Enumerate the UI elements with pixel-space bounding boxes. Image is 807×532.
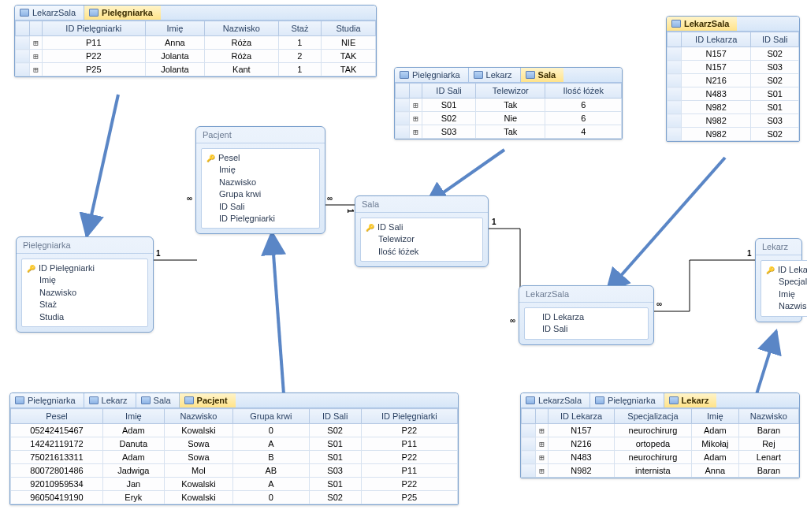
table-row[interactable]: ⊞N483neurochirurgAdamLenart	[522, 451, 799, 464]
tab-lekarz[interactable]: Lekarz	[84, 393, 136, 407]
field[interactable]: Studia	[27, 311, 143, 323]
table-row[interactable]: ⊞S01Tak6	[396, 99, 622, 112]
entity-lekarz[interactable]: Lekarz ID LekarzaSpecjalizacjaImięNazwis…	[755, 238, 802, 322]
entity-pielegniarka[interactable]: Pielęgniarka ID PielęgniarkiImięNazwisko…	[16, 236, 154, 333]
cell: Nie	[476, 112, 545, 125]
tab-pielęgniarka[interactable]: Pielęgniarka	[84, 6, 161, 20]
table-row[interactable]: 80072801486JadwigaMolABS03P11	[11, 464, 458, 478]
expand-icon[interactable]: ⊞	[30, 63, 43, 76]
cell: Kant	[205, 63, 279, 76]
expand-icon[interactable]: ⊞	[410, 125, 422, 139]
field[interactable]: Nazwisko	[206, 177, 314, 188]
table-row[interactable]: N982S01	[668, 101, 799, 114]
tab-lekarzsala[interactable]: LekarzSala	[667, 17, 737, 31]
column-header[interactable]: Imię	[102, 409, 164, 424]
field[interactable]: ID Sali	[530, 323, 643, 335]
tab-sala[interactable]: Sala	[136, 393, 180, 407]
field[interactable]: Specjalizacja	[766, 276, 807, 288]
table-row[interactable]: 92010959534JanKowalskiAS01P22	[11, 478, 458, 491]
tab-lekarzsala[interactable]: LekarzSala	[15, 6, 84, 20]
field[interactable]: Imię	[27, 274, 143, 286]
column-header[interactable]: Imię	[691, 409, 738, 424]
table-row[interactable]: N483S01	[668, 87, 799, 101]
table-row[interactable]: ⊞P11AnnaRóża1NIE	[16, 36, 376, 50]
tab-lekarz[interactable]: Lekarz	[469, 68, 521, 82]
field[interactable]: Staż	[27, 299, 143, 311]
expand-icon[interactable]: ⊞	[30, 36, 43, 50]
expand-icon[interactable]: ⊞	[536, 437, 549, 451]
rel-one: 1	[346, 209, 355, 214]
table-row[interactable]: 14242119172DanutaSowaAS01P11	[11, 437, 458, 451]
table-row[interactable]: 75021613311AdamSowaBS01P22	[11, 451, 458, 464]
table-row[interactable]: 05242415467AdamKowalski0S02P22	[11, 424, 458, 437]
key-field[interactable]: ID Sali	[366, 221, 478, 233]
column-header[interactable]: Nazwisko	[205, 21, 279, 36]
table-row[interactable]: ⊞P22JolantaRóża2TAK	[16, 50, 376, 63]
column-header[interactable]: Staż	[278, 21, 322, 36]
key-field[interactable]: ID Pielęgniarki	[27, 262, 143, 274]
entity-lekarzsala[interactable]: LekarzSala ID LekarzaID Sali	[519, 285, 654, 345]
expand-icon[interactable]: ⊞	[30, 50, 43, 63]
table-row[interactable]: N157S02	[668, 47, 799, 61]
key-field[interactable]: ID Lekarza	[766, 264, 807, 276]
table-row[interactable]: ⊞N982internistaAnnaBaran	[522, 464, 799, 478]
table-row[interactable]: N982S03	[668, 114, 799, 128]
column-header[interactable]: ID Sali	[309, 409, 361, 424]
column-header[interactable]: ID Lekarza	[549, 409, 615, 424]
tab-pacjent[interactable]: Pacjent	[180, 393, 236, 407]
field[interactable]: Grupa krwi	[206, 188, 314, 200]
column-header[interactable]: Studia	[322, 21, 376, 36]
field[interactable]: ID Lekarza	[530, 311, 643, 323]
table-row[interactable]: ⊞N157neurochirurgAdamBaran	[522, 424, 799, 437]
column-header[interactable]: ID Sali	[751, 32, 799, 47]
column-header[interactable]: Telewizor	[476, 84, 545, 99]
cell: AB	[233, 464, 309, 478]
expand-icon[interactable]: ⊞	[410, 99, 422, 112]
tab-sala[interactable]: Sala	[521, 68, 564, 82]
field[interactable]: Imię	[766, 288, 807, 300]
column-header[interactable]: Imię	[145, 21, 204, 36]
tab-lekarz[interactable]: Lekarz	[664, 393, 717, 407]
field[interactable]: Imię	[206, 164, 314, 176]
column-header[interactable]: Specjalizacja	[614, 409, 691, 424]
table-row[interactable]: N157S03	[668, 61, 799, 74]
table-row[interactable]: N982S02	[668, 128, 799, 141]
cell: Baran	[738, 424, 798, 437]
column-header[interactable]: ID Pielęgniarki	[43, 21, 146, 36]
column-header[interactable]: ID Lekarza	[682, 32, 751, 47]
tab-lekarzsala[interactable]: LekarzSala	[521, 393, 590, 407]
cell: 0	[233, 491, 309, 504]
tab-pielęgniarka[interactable]: Pielęgniarka	[10, 393, 84, 407]
entity-sala[interactable]: Sala ID SaliTelewizorIlość łóżek	[355, 195, 489, 267]
table-row[interactable]: ⊞S03Tak4	[396, 125, 622, 139]
tab-pielęgniarka[interactable]: Pielęgniarka	[590, 393, 664, 407]
field[interactable]: Nazwisko	[27, 287, 143, 299]
expand-icon[interactable]: ⊞	[536, 451, 549, 464]
field[interactable]: Nazwisko	[766, 300, 807, 312]
table-row[interactable]: ⊞S02Nie6	[396, 112, 622, 125]
field[interactable]: Telewizor	[366, 233, 478, 245]
column-header[interactable]: ID Sali	[422, 84, 476, 99]
expand-icon[interactable]: ⊞	[410, 112, 422, 125]
tab-pielęgniarka[interactable]: Pielęgniarka	[395, 68, 469, 82]
tab-strip: LekarzSalaPielęgniarka	[15, 6, 376, 20]
entity-pacjent[interactable]: Pacjent PeselImięNazwiskoGrupa krwiID Sa…	[195, 126, 325, 234]
column-header[interactable]: Nazwisko	[738, 409, 798, 424]
key-field[interactable]: Pesel	[206, 152, 314, 164]
tab-label: Sala	[538, 70, 556, 80]
table-row[interactable]: ⊞N216ortopedaMikołajRej	[522, 437, 799, 451]
field[interactable]: ID Sali	[206, 201, 314, 213]
table-row[interactable]: ⊞P25JolantaKant1TAK	[16, 63, 376, 76]
column-header[interactable]: Grupa krwi	[233, 409, 309, 424]
table-row[interactable]: 96050419190ErykKowalski0S02P25	[11, 491, 458, 504]
column-header[interactable]: Pesel	[11, 409, 103, 424]
expand-icon[interactable]: ⊞	[536, 424, 549, 437]
column-header[interactable]: ID Pielęgniarki	[361, 409, 457, 424]
field[interactable]: ID Pielęgniarki	[206, 213, 314, 225]
expand-icon[interactable]: ⊞	[536, 464, 549, 478]
column-header[interactable]: Ilość łóżek	[545, 84, 622, 99]
column-header[interactable]: Nazwisko	[164, 409, 233, 424]
table-row[interactable]: N216S02	[668, 74, 799, 87]
cell: Mol	[164, 464, 233, 478]
field[interactable]: Ilość łóżek	[366, 246, 478, 258]
